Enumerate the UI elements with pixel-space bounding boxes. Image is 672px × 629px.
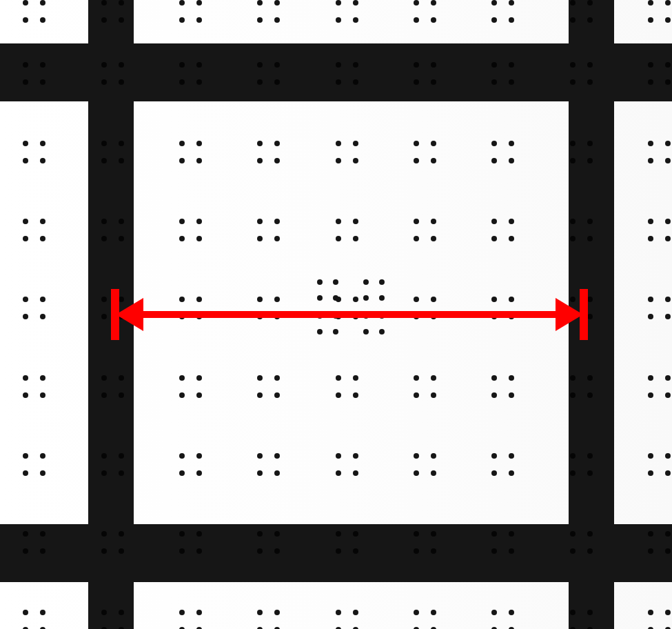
diagram-stage xyxy=(0,0,672,629)
svg-marker-1 xyxy=(116,298,143,331)
svg-marker-2 xyxy=(556,298,583,331)
dimension-arrow xyxy=(0,0,672,629)
